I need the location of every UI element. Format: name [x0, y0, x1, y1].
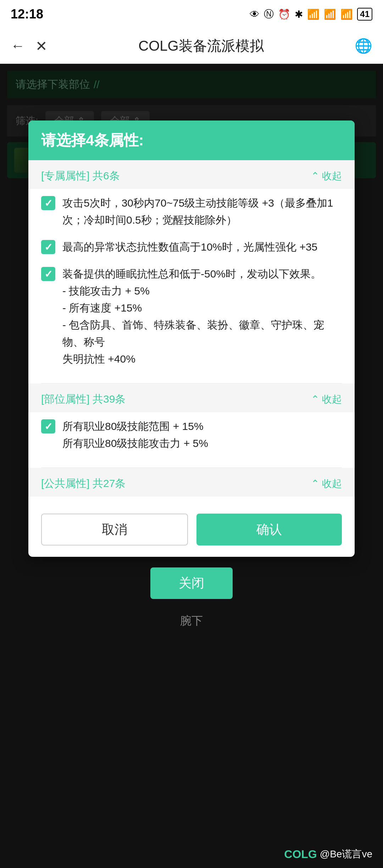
collapse2-chevron: ⌃ — [311, 393, 319, 405]
section1-header: [专属属性] 共6条 ⌃ 收起 — [28, 160, 355, 189]
dialog-box: 请选择4条属性: [专属属性] 共6条 ⌃ 收起 ✓ — [28, 121, 355, 557]
dialog-header: 请选择4条属性: — [28, 121, 355, 160]
collapse3-label: 收起 — [322, 477, 342, 491]
app-title: COLG装备流派模拟 — [138, 36, 263, 56]
attribute-dialog: 请选择4条属性: [专属属性] 共6条 ⌃ 收起 ✓ — [28, 121, 355, 629]
check-icon-1: ✓ — [44, 197, 52, 209]
wrist-label: 腕下 — [28, 613, 355, 629]
confirm-button[interactable]: 确认 — [196, 514, 342, 545]
close-label: 关闭 — [179, 576, 204, 590]
confirm-label: 确认 — [256, 521, 282, 538]
app-bar: ← ✕ COLG装备流派模拟 🌐 — [0, 28, 383, 64]
section3-collapse-btn[interactable]: ⌃ 收起 — [311, 477, 342, 491]
section3-title: [公共属性] 共27条 — [41, 476, 126, 491]
close-button[interactable]: 关闭 — [150, 567, 233, 599]
section1-collapse-btn[interactable]: ⌃ 收起 — [311, 169, 342, 183]
checkbox-1[interactable]: ✓ — [41, 196, 55, 210]
section3-header: [公共属性] 共27条 ⌃ 收起 — [28, 468, 355, 497]
dialog-body: [专属属性] 共6条 ⌃ 收起 ✓ 攻击5次时，30秒内70~75级主动技能等级… — [28, 160, 355, 502]
attr-text-4: 所有职业80级技能范围 + 15%所有职业80级技能攻击力 + 5% — [62, 418, 342, 452]
dialog-title: 请选择4条属性: — [41, 132, 144, 149]
check-icon-3: ✓ — [44, 268, 52, 280]
section2-header: [部位属性] 共39条 ⌃ 收起 — [28, 383, 355, 412]
section1-title: [专属属性] 共6条 — [41, 169, 120, 183]
dialog-footer: 取消 确认 — [28, 502, 355, 557]
bluetooth-icon: ✱ — [295, 9, 303, 20]
wifi-icon: 📶 — [307, 9, 320, 20]
status-bar: 12:18 👁 Ⓝ ⏰ ✱ 📶 📶 📶 41 — [0, 0, 383, 28]
app-bar-left: ← ✕ — [11, 38, 48, 54]
collapse1-chevron: ⌃ — [311, 170, 319, 182]
attr-text-1: 攻击5次时，30秒内70~75级主动技能等级 +3（最多叠加1次；冷却时间0.5… — [62, 195, 342, 229]
checkbox-2[interactable]: ✓ — [41, 240, 55, 254]
checkbox-3[interactable]: ✓ — [41, 267, 55, 281]
battery-indicator: 41 — [357, 8, 372, 21]
eye-icon: 👁 — [250, 9, 260, 20]
watermark-text: @Be谎言ve — [320, 847, 372, 861]
attr-text-2: 最高的异常状态抗性数值高于10%时，光属性强化 +35 — [62, 239, 342, 256]
signal-icon1: 📶 — [324, 9, 336, 20]
attr-item-4: ✓ 所有职业80级技能范围 + 15%所有职业80级技能攻击力 + 5% — [41, 418, 342, 452]
status-icons: 👁 Ⓝ ⏰ ✱ 📶 📶 📶 41 — [250, 7, 372, 21]
back-button[interactable]: ← — [11, 38, 25, 54]
attr-text-3: 装备提供的睡眠抗性总和低于-50%时，发动以下效果。- 技能攻击力 + 5%- … — [62, 265, 342, 368]
status-time: 12:18 — [11, 7, 43, 22]
close-button[interactable]: ✕ — [35, 38, 48, 54]
section2-collapse-btn[interactable]: ⌃ 收起 — [311, 393, 342, 406]
check-icon-4: ✓ — [44, 421, 52, 432]
nfc-icon: Ⓝ — [264, 7, 274, 21]
cancel-button[interactable]: 取消 — [41, 514, 188, 545]
watermark: COLG @Be谎言ve — [284, 847, 372, 861]
section1-body: ✓ 攻击5次时，30秒内70~75级主动技能等级 +3（最多叠加1次；冷却时间0… — [28, 189, 355, 383]
signal-icon2: 📶 — [340, 9, 353, 20]
section2-body: ✓ 所有职业80级技能范围 + 15%所有职业80级技能攻击力 + 5% — [28, 412, 355, 467]
collapse3-chevron: ⌃ — [311, 478, 319, 489]
watermark-logo: COLG — [284, 848, 317, 861]
alarm-icon: ⏰ — [278, 9, 290, 20]
cancel-label: 取消 — [102, 521, 127, 538]
check-icon-2: ✓ — [44, 241, 52, 253]
attr-item-1: ✓ 攻击5次时，30秒内70~75级主动技能等级 +3（最多叠加1次；冷却时间0… — [41, 195, 342, 229]
collapse2-label: 收起 — [322, 393, 342, 406]
collapse1-label: 收起 — [322, 169, 342, 183]
section3-body — [28, 497, 355, 502]
globe-icon[interactable]: 🌐 — [355, 38, 372, 54]
close-btn-area: 关闭 — [28, 567, 355, 599]
checkbox-4[interactable]: ✓ — [41, 419, 55, 433]
section2-title: [部位属性] 共39条 — [41, 392, 126, 407]
background-content: 请选择下装部位 // 筛选: 全部 ⇕ 全部 ⇕ 菠萝绿玉石护腿 请选择4条属性… — [0, 64, 383, 868]
attr-item-3: ✓ 装备提供的睡眠抗性总和低于-50%时，发动以下效果。- 技能攻击力 + 5%… — [41, 265, 342, 368]
attr-item-2: ✓ 最高的异常状态抗性数值高于10%时，光属性强化 +35 — [41, 239, 342, 256]
